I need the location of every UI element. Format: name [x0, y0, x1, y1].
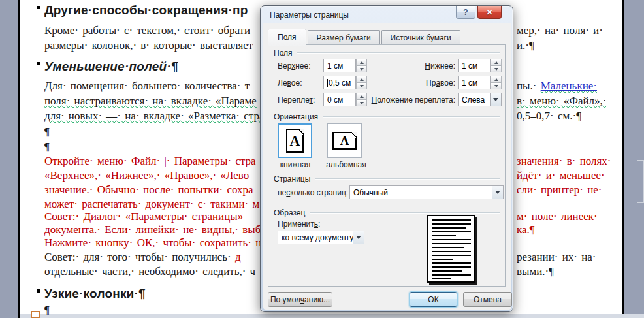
- label-bottom-margin: Нижнее:: [373, 61, 455, 71]
- label-left-margin: Левое:: [278, 78, 302, 87]
- tab-paper-size[interactable]: Размер бумаги: [308, 30, 380, 46]
- label-landscape: альбомная: [323, 160, 369, 169]
- keep-with-next-marker: [37, 62, 40, 65]
- tab-paper-source[interactable]: Источник бумаги: [381, 30, 460, 46]
- orientation-landscape-option[interactable]: A: [327, 123, 362, 158]
- left-margin-spinner[interactable]: 0,5 см: [323, 76, 367, 89]
- label-portrait: книжная: [272, 160, 318, 169]
- chevron-down-icon[interactable]: [353, 231, 364, 244]
- label-gutter: Переплет:: [278, 95, 315, 104]
- help-button[interactable]: ?: [456, 6, 475, 19]
- dialog-body: Поля Размер бумаги Источник бумаги Поля …: [263, 23, 511, 310]
- group-margins: Поля: [274, 48, 500, 57]
- group-pages: Страницы: [274, 174, 500, 183]
- help-icon: ?: [463, 8, 468, 17]
- spin-up-icon[interactable]: [491, 59, 502, 66]
- orientation-portrait-option[interactable]: A: [278, 123, 312, 158]
- default-button[interactable]: По умолчанию...: [268, 292, 332, 307]
- spin-up-icon[interactable]: [356, 59, 367, 66]
- label-right-margin: Правое:: [373, 78, 455, 87]
- spin-up-icon[interactable]: [356, 76, 367, 83]
- cancel-button[interactable]: Отмена: [463, 292, 512, 307]
- landscape-page-icon: A: [332, 132, 357, 150]
- tab-page-margins: Поля Верхнее: 1 см Нижнее: 1 см Левое: 0…: [268, 44, 506, 287]
- close-button[interactable]: ✕: [477, 6, 502, 19]
- tab-strip: Поля Размер бумаги Источник бумаги: [268, 29, 462, 46]
- spin-down-icon[interactable]: [356, 83, 367, 89]
- text-caret: [327, 79, 328, 87]
- word-document-view: Другие·способы·сокращения·пр Кроме· рабо…: [0, 0, 644, 318]
- dialog-title[interactable]: Параметры страницы: [270, 10, 349, 20]
- preview-page-thumbnail: [427, 215, 475, 283]
- bottom-margin-spinner[interactable]: 1 см: [458, 59, 502, 72]
- ok-button[interactable]: ОК: [410, 292, 457, 307]
- chevron-down-icon[interactable]: [492, 186, 503, 199]
- hyperlink[interactable]: Маленькие·: [541, 80, 597, 92]
- tab-margins[interactable]: Поля: [268, 29, 306, 46]
- multiple-pages-select[interactable]: Обычный: [349, 185, 504, 199]
- portrait-page-icon: A: [286, 129, 304, 153]
- label-gutter-position: Положение переплета:: [347, 95, 455, 104]
- group-orientation: Ориентация: [274, 112, 500, 121]
- spin-down-icon[interactable]: [491, 83, 502, 89]
- label-apply-to: Применить:: [278, 219, 320, 229]
- apply-to-select[interactable]: ко всему документу: [278, 231, 364, 244]
- keep-with-next-marker: [37, 289, 40, 293]
- spin-up-icon[interactable]: [491, 76, 502, 83]
- right-margin-spinner[interactable]: 1 см: [458, 76, 502, 89]
- top-margin-spinner[interactable]: 1 см: [323, 59, 367, 72]
- spin-down-icon[interactable]: [491, 66, 502, 72]
- label-multiple-pages: несколько страниц:: [278, 188, 348, 197]
- close-icon: ✕: [486, 8, 492, 17]
- chevron-down-icon[interactable]: [490, 93, 501, 106]
- keep-with-next-marker: [37, 6, 40, 9]
- page-setup-dialog: Параметры страницы ? ✕ Поля Размер бумаг…: [260, 5, 513, 312]
- gutter-position-select[interactable]: Слева: [458, 93, 502, 106]
- spin-down-icon[interactable]: [356, 66, 367, 72]
- label-top-margin: Верхнее:: [278, 61, 311, 71]
